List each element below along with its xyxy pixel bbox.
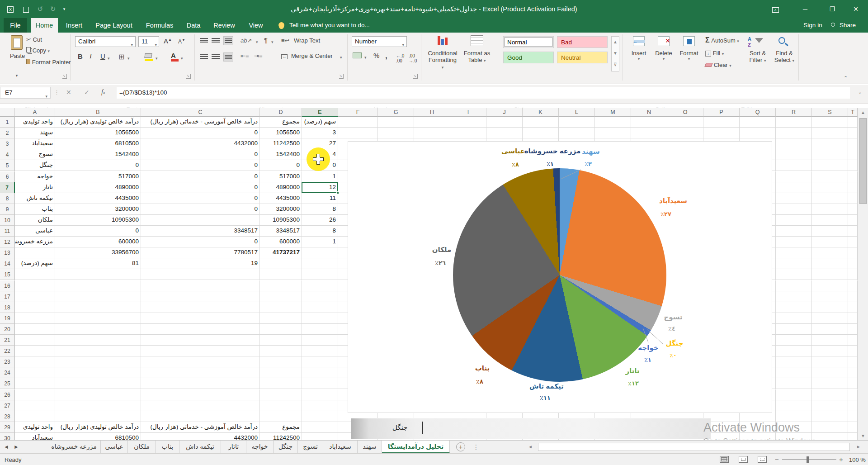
- delete-cells-button[interactable]: ✕ Delete▾: [652, 36, 675, 61]
- row-header-6[interactable]: 6: [0, 171, 15, 182]
- cell-T24[interactable]: [848, 367, 858, 378]
- hscroll-thumb[interactable]: [538, 443, 850, 451]
- cell-C19[interactable]: [141, 313, 260, 324]
- cell-T4[interactable]: [848, 149, 858, 160]
- cell-A9[interactable]: بناب: [15, 204, 55, 215]
- zoom-slider-track[interactable]: [782, 459, 836, 460]
- sheet-tab-تسوج[interactable]: تسوج: [298, 441, 323, 453]
- cell-A11[interactable]: عباسی: [15, 226, 55, 237]
- cell-B24[interactable]: [55, 367, 141, 378]
- select-all-corner[interactable]: [0, 108, 15, 117]
- column-header-G[interactable]: G: [378, 108, 414, 117]
- cell-T6[interactable]: [848, 171, 858, 182]
- cell-E7[interactable]: 12: [302, 182, 338, 193]
- cell-S11[interactable]: [812, 226, 848, 237]
- cell-C8[interactable]: 0: [141, 193, 260, 204]
- alignment-dialog-launcher[interactable]: ↘: [339, 74, 344, 79]
- cell-R20[interactable]: [776, 324, 812, 335]
- cell-B19[interactable]: [55, 313, 141, 324]
- cell-H1[interactable]: [414, 117, 450, 128]
- number-format-select[interactable]: Number▾: [352, 36, 407, 47]
- cell-C5[interactable]: 0: [141, 160, 260, 171]
- ribbon-tab-file[interactable]: File: [4, 18, 27, 33]
- cell-R15[interactable]: [776, 269, 812, 280]
- cell-E20[interactable]: [302, 324, 338, 335]
- row-header-25[interactable]: 25: [0, 378, 15, 389]
- cell-E29[interactable]: [302, 422, 338, 433]
- cell-K1[interactable]: [523, 117, 559, 128]
- cell-A25[interactable]: [15, 378, 55, 389]
- signin-link[interactable]: Sign in: [799, 18, 826, 33]
- cell-O2[interactable]: [667, 128, 703, 138]
- cell-E11[interactable]: 8: [302, 226, 338, 237]
- cell-E16[interactable]: [302, 280, 338, 291]
- cell-C16[interactable]: [141, 280, 260, 291]
- font-color-icon[interactable]: A: [171, 52, 179, 62]
- ribbon-tab-home[interactable]: Home: [31, 18, 58, 33]
- cell-R1[interactable]: [776, 117, 812, 128]
- cell-B18[interactable]: [55, 302, 141, 313]
- cell-D16[interactable]: [260, 280, 302, 291]
- cell-A8[interactable]: تیکمه تاش: [15, 193, 55, 204]
- cell-C2[interactable]: 0: [141, 128, 260, 138]
- cell-R17[interactable]: [776, 291, 812, 302]
- cell-R7[interactable]: [776, 182, 812, 193]
- cell-D4[interactable]: 1542400: [260, 149, 302, 160]
- column-header-B[interactable]: B: [55, 108, 141, 117]
- cell-D15[interactable]: [260, 269, 302, 280]
- cell-C27[interactable]: [141, 400, 260, 411]
- cell-R11[interactable]: [776, 226, 812, 237]
- row-header-12[interactable]: 12: [0, 237, 15, 247]
- cell-R6[interactable]: [776, 171, 812, 182]
- cell-R19[interactable]: [776, 313, 812, 324]
- cell-A18[interactable]: [15, 302, 55, 313]
- borders-icon[interactable]: ⊞: [118, 52, 124, 61]
- cell-R10[interactable]: [776, 215, 812, 226]
- merge-center-icon[interactable]: ↔: [281, 52, 288, 59]
- column-header-E[interactable]: E: [302, 108, 338, 117]
- vscroll-thumb[interactable]: [859, 118, 867, 204]
- cell-B28[interactable]: [55, 411, 141, 422]
- cell-S7[interactable]: [812, 182, 848, 193]
- cell-A20[interactable]: [15, 324, 55, 335]
- cell-M2[interactable]: [595, 128, 631, 138]
- row-header-14[interactable]: 14: [0, 258, 15, 269]
- cell-A26[interactable]: [15, 389, 55, 400]
- ribbon-tab-data[interactable]: Data: [182, 18, 205, 33]
- cell-C30[interactable]: 4432000: [141, 433, 260, 440]
- cell-E26[interactable]: [302, 389, 338, 400]
- cell-B23[interactable]: [55, 356, 141, 367]
- cell-Q29[interactable]: [740, 422, 776, 433]
- cell-E23[interactable]: [302, 356, 338, 367]
- cell-B9[interactable]: 3200000: [55, 204, 141, 215]
- cell-R3[interactable]: [776, 138, 812, 149]
- cell-D6[interactable]: 517000: [260, 171, 302, 182]
- font-size-select[interactable]: 11▾: [138, 36, 159, 47]
- cell-S4[interactable]: [812, 149, 848, 160]
- name-box[interactable]: E7▾: [0, 87, 51, 99]
- cell-B17[interactable]: [55, 291, 141, 302]
- underline-dropdown-icon[interactable]: ▾: [108, 56, 110, 61]
- cell-S17[interactable]: [812, 291, 848, 302]
- sheet-tab-سعیداباد[interactable]: سعیداباد: [323, 441, 358, 453]
- pie-chart[interactable]: سهند٣٪سعیدآباد٢٧٪تسوج٤٪جنگل٠٪خواجه١٪تاتا…: [348, 141, 772, 413]
- cell-C15[interactable]: [141, 269, 260, 280]
- cell-S5[interactable]: [812, 160, 848, 171]
- cell-C28[interactable]: [141, 411, 260, 422]
- wrap-text-icon[interactable]: ≡↩: [281, 37, 289, 44]
- cell-L2[interactable]: [559, 128, 595, 138]
- column-header-H[interactable]: H: [414, 108, 450, 117]
- cell-B13[interactable]: 33956700: [55, 247, 141, 258]
- row-header-15[interactable]: 15: [0, 269, 15, 280]
- sheet-nav-right-icon[interactable]: ►: [14, 444, 19, 450]
- cell-B16[interactable]: [55, 280, 141, 291]
- cell-E14[interactable]: [302, 258, 338, 269]
- cell-S21[interactable]: [812, 335, 848, 346]
- row-header-23[interactable]: 23: [0, 356, 15, 367]
- cell-T14[interactable]: [848, 258, 858, 269]
- row-header-1[interactable]: 1: [0, 117, 15, 128]
- row-header-4[interactable]: 4: [0, 149, 15, 160]
- cell-S19[interactable]: [812, 313, 848, 324]
- row-header-26[interactable]: 26: [0, 389, 15, 400]
- insert-function-icon[interactable]: fx: [101, 89, 105, 96]
